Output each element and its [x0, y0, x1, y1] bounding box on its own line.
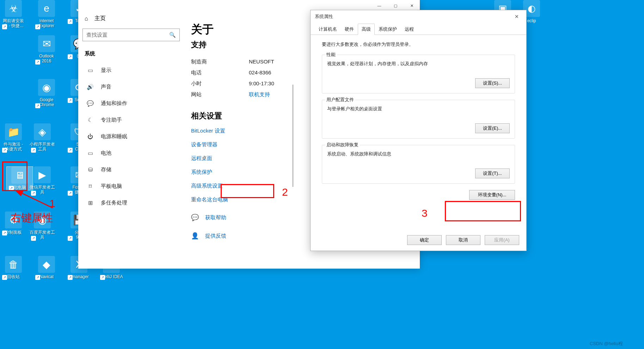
desktop-icon-glyph: ◉↗: [34, 212, 51, 228]
nav-icon: ⏻: [87, 134, 94, 140]
nav-icon: 💬: [87, 100, 94, 107]
info-key: 电话: [191, 69, 249, 76]
group-title: 用户配置文件: [325, 97, 355, 103]
desktop-icon-1[interactable]: e↗InternetExplorer: [33, 0, 60, 29]
nav-item-2[interactable]: 💬通知和操作: [81, 95, 181, 112]
help-label: 获取帮助: [205, 214, 226, 221]
nav-label: 平板电脑: [101, 183, 122, 190]
nav-item-4[interactable]: ⏻电源和睡眠: [81, 128, 181, 145]
info-value[interactable]: 联机支持: [249, 91, 270, 98]
desktop-icon-glyph: 🖥↗: [11, 167, 28, 184]
group-title: 启动和故障恢复: [325, 142, 360, 148]
info-value: 024-8366: [249, 69, 271, 76]
desktop-icon-glyph: ☣↗: [5, 0, 22, 17]
group-settings-button-0[interactable]: 设置(S)...: [475, 78, 510, 88]
nav-label: 多任务处理: [101, 200, 127, 206]
environment-variables-button[interactable]: 环境变量(N)...: [469, 190, 515, 200]
nav-icon: ⛁: [87, 166, 94, 173]
nav-item-7[interactable]: ⌑平板电脑: [81, 178, 181, 195]
desktop-icon-0[interactable]: ☣↗网前请安装毒 - 快捷...: [0, 0, 27, 29]
info-key: 制造商: [191, 59, 249, 65]
tab-0[interactable]: 计算机名: [315, 24, 341, 35]
ok-button[interactable]: 确定: [407, 235, 442, 245]
info-value: 9:00-17:30: [249, 80, 274, 87]
nav-icon: 🔊: [87, 84, 94, 90]
nav-icon: ⊞: [87, 200, 94, 206]
system-properties-dialog: 系统属性 ✕ 计算机名硬件高级系统保护远程 要进行大多数更改，你必须作为管理员登…: [310, 10, 527, 251]
group-settings-button-2[interactable]: 设置(T)...: [475, 169, 510, 178]
nav-icon: ⌑: [87, 183, 94, 190]
group-0: 性能 视觉效果，处理器计划，内存使用，以及虚拟内存 设置(S)...: [322, 55, 515, 93]
desktop-icon-glyph: ▶↗: [34, 166, 51, 183]
group-1: 用户配置文件 与登录帐户相关的桌面设置 设置(E)...: [322, 100, 515, 139]
dialog-title: 系统属性: [315, 13, 333, 20]
group-2: 启动和故障恢复 系统启动、系统故障和调试信息 设置(T)...: [322, 145, 515, 184]
settings-sidebar: ⌂ 主页 查找设置 🔍 系统 ▭显示🔊声音💬通知和操作☾专注助手⏻电源和睡眠▭电…: [78, 11, 184, 269]
group-settings-button-1[interactable]: 设置(E)...: [475, 123, 510, 133]
tab-1[interactable]: 硬件: [341, 24, 358, 35]
nav-item-0[interactable]: ▭显示: [81, 62, 181, 79]
cancel-button[interactable]: 取消: [446, 235, 480, 245]
info-value: NEUSOFT: [249, 59, 274, 65]
tab-4[interactable]: 远程: [401, 24, 418, 35]
desktop-icon-glyph: e↗: [38, 0, 55, 17]
feedback-label: 提供反馈: [205, 233, 226, 239]
nav-item-8[interactable]: ⊞多任务处理: [81, 195, 181, 211]
apply-button[interactable]: 应用(A): [485, 235, 519, 245]
desktop-icon-3[interactable]: ✉↗Outlook2016: [33, 35, 60, 64]
desktop-icon-7[interactable]: 📁↗件与激活 -快捷方式: [0, 123, 27, 152]
nav-item-6[interactable]: ⛁存储: [81, 161, 181, 178]
nav-label: 显示: [101, 67, 111, 74]
nav-label: 电源和睡眠: [101, 133, 127, 140]
desktop-icon-glyph: ◈↗: [34, 123, 51, 140]
desktop-icon-11[interactable]: ▶↗微信开发者工具: [29, 166, 56, 195]
tab-2[interactable]: 高级: [358, 24, 375, 35]
desktop-icon-glyph: 🗑↗: [5, 256, 22, 273]
desktop-icon-glyph: ⚙↗: [5, 212, 22, 228]
nav-icon: ▭: [87, 67, 94, 74]
home-icon: ⌂: [85, 16, 88, 22]
desktop-icon-glyph: ◆↗: [38, 256, 55, 273]
watermark: CSDN @hello程: [590, 341, 623, 347]
scrollbar[interactable]: [293, 85, 293, 187]
search-placeholder: 查找设置: [86, 32, 108, 38]
dialog-footer: 确定 取消 应用(A): [311, 232, 526, 251]
nav-label: 存储: [101, 166, 111, 173]
home-link[interactable]: ⌂ 主页: [81, 11, 181, 29]
desktop-icon-14[interactable]: ◉↗百度开发者工具: [29, 212, 56, 240]
nav-item-5[interactable]: ▭电池: [81, 145, 181, 161]
group-desc: 与登录帐户相关的桌面设置: [327, 106, 510, 112]
desktop-icon-glyph: ✉↗: [38, 35, 55, 52]
info-key: 网站: [191, 91, 249, 98]
group-desc: 系统启动、系统故障和调试信息: [327, 151, 510, 157]
dialog-body: 要进行大多数更改，你必须作为管理员登录。 性能 视觉效果，处理器计划，内存使用，…: [311, 35, 526, 232]
tab-strip: 计算机名硬件高级系统保护远程: [311, 24, 526, 35]
group-desc: 视觉效果，处理器计划，内存使用，以及虚拟内存: [327, 61, 510, 67]
nav-label: 专注助手: [101, 117, 122, 123]
group-title: 性能: [325, 51, 337, 58]
nav-icon: ☾: [87, 117, 94, 123]
nav-label: 通知和操作: [101, 100, 127, 107]
nav-item-1[interactable]: 🔊声音: [81, 79, 181, 95]
desktop-icon-16[interactable]: 🗑↗回收站: [0, 256, 27, 279]
search-input[interactable]: 查找设置 🔍: [82, 29, 180, 41]
nav-label: 声音: [101, 84, 111, 90]
home-label: 主页: [94, 15, 106, 22]
nav-item-3[interactable]: ☾专注助手: [81, 112, 181, 128]
feedback-icon: 👤: [191, 232, 198, 240]
tab-3[interactable]: 系统保护: [375, 24, 401, 35]
desktop-icon-glyph: 📁↗: [5, 123, 22, 140]
desktop-icon-17[interactable]: ◆↗Navicat: [33, 256, 60, 279]
search-icon: 🔍: [169, 32, 176, 38]
dialog-close-button[interactable]: ✕: [511, 12, 522, 22]
desktop-icon-5[interactable]: ◉↗GoogleChrome: [33, 79, 60, 108]
help-icon: 💬: [191, 214, 198, 221]
sidebar-section-title: 系统: [81, 48, 181, 62]
nav-icon: ▭: [87, 150, 94, 157]
desktop-icon-13[interactable]: ⚙↗控制面板: [0, 212, 27, 235]
admin-note: 要进行大多数更改，你必须作为管理员登录。: [322, 41, 515, 48]
nav-label: 电池: [101, 150, 111, 157]
info-key: 小时: [191, 80, 249, 87]
desktop-icon-8[interactable]: ◈↗小程序开发者工具: [29, 123, 56, 152]
desktop-icon-glyph: ◉↗: [38, 79, 55, 96]
